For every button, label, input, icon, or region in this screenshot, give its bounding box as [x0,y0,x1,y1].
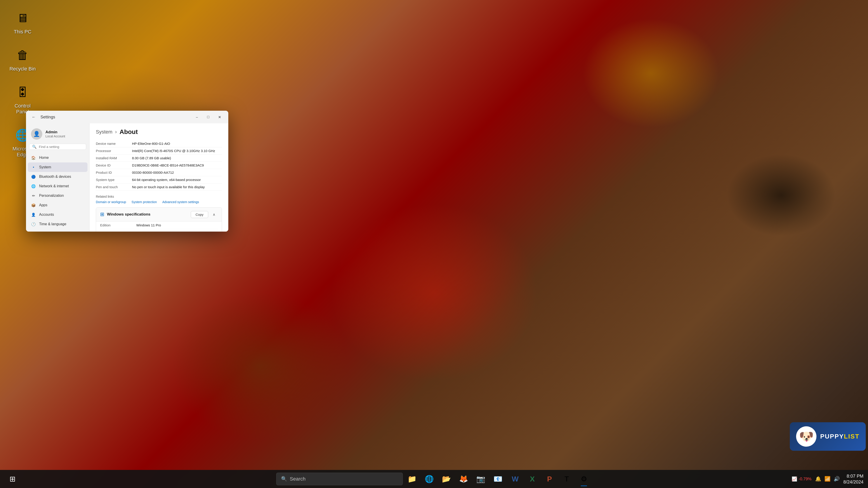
taskbar-excel[interactable]: X [524,471,540,487]
spec-label-product-id: Product ID [96,170,132,174]
related-links-section: Related links Domain or workgroup System… [96,195,222,204]
notification-icon[interactable]: 🔔 [815,476,821,482]
spec-row-product-id: Product ID 00330-80000-00000-AA712 [96,169,222,176]
sidebar-item-bluetooth[interactable]: 🔵 Bluetooth & devices [28,172,88,182]
windows-logo-icon: ⊞ [100,212,104,217]
taskbar-outlook[interactable]: 📧 [490,471,506,487]
spec-label-processor: Processor [96,149,132,153]
settings-sidebar: 👤 Admin Local Account 🔍 🏠 Home ▪ [26,123,89,232]
maximize-button[interactable]: □ [203,113,213,121]
breadcrumb-system[interactable]: System [96,129,112,135]
desktop-icon-this-pc[interactable]: 🖥 This PC [9,9,36,35]
desktop-icon-recycle-bin[interactable]: 🗑 Recycle Bin [9,46,36,72]
windows-specs-title-row: ⊞ Windows specifications [100,212,151,217]
spec-row-processor: Processor Intel(R) Core(TM) i5-4670S CPU… [96,147,222,155]
taskbar-file-explorer[interactable]: 📁 [404,471,420,487]
window-titlebar: ← Settings ‒ □ ✕ [26,111,228,123]
desktop-icon-control-panel[interactable]: 🎛 Control Panel [9,83,36,115]
spec-label-ram: Installed RAM [96,156,132,160]
spec-label-device-name: Device name [96,142,132,145]
sidebar-item-system-label: System [39,165,51,169]
home-icon: 🏠 [31,155,36,160]
taskbar-files[interactable]: 📂 [438,471,454,487]
sidebar-item-home-label: Home [39,156,49,160]
sidebar-item-home[interactable]: 🏠 Home [28,153,88,162]
spec-row-device-name: Device name HP-EliteOne-800-G1-AiO [96,140,222,147]
system-protection-link[interactable]: System protection [131,200,157,204]
clock-time: 8:07 PM [847,473,864,479]
windows-specs-section: ⊞ Windows specifications Copy ∧ Edition … [96,207,222,232]
sidebar-item-system[interactable]: ▪ System [28,162,88,172]
sidebar-item-bluetooth-label: Bluetooth & devices [39,175,71,179]
spec-label-device-id: Device ID [96,163,132,167]
spec-value-product-id: 00330-80000-00000-AA712 [132,170,174,174]
taskbar-search-bar[interactable]: 🔍 Search [276,473,403,485]
breadcrumb-separator: › [115,129,117,135]
taskbar-right: 📈 -0.79% 🔔 📶 🔊 8:07 PM 8/24/2024 [792,473,864,485]
spec-label-system-type: System type [96,178,132,182]
spec-value-device-name: HP-EliteOne-800-G1-AiO [132,142,170,145]
sidebar-item-personalization[interactable]: ✏ Personalization [28,191,88,200]
win-spec-value-version: 23H2 [136,231,145,232]
volume-icon[interactable]: 🔊 [834,476,840,482]
settings-search-input[interactable] [39,145,83,149]
back-button[interactable]: ← [30,113,38,121]
sidebar-item-apps-label: Apps [39,203,47,207]
wifi-icon[interactable]: 📶 [825,476,831,482]
titlebar-nav: ← [30,113,38,121]
minimize-button[interactable]: ‒ [192,113,202,121]
sidebar-item-apps[interactable]: 📦 Apps [28,200,88,210]
sidebar-item-personalization-label: Personalization [39,194,64,198]
spec-value-device-id: D19BD9CE-0B6E-4BCE-B514-AE57848E3AC9 [132,163,204,167]
spec-value-system-type: 64-bit operating system, x64-based proce… [132,178,201,182]
sidebar-item-time-language-label: Time & language [39,222,66,226]
win-spec-row-edition: Edition Windows 11 Pro [100,221,218,229]
device-specs-table: Device name HP-EliteOne-800-G1-AiO Proce… [96,140,222,191]
copy-button[interactable]: Copy [191,211,208,218]
taskbar-edge[interactable]: 🌐 [421,471,437,487]
windows-specs-body: Edition Windows 11 Pro Version 23H2 Inst… [96,221,222,232]
spec-value-ram: 8.00 GB (7.89 GB usable) [132,156,171,160]
window-body: 👤 Admin Local Account 🔍 🏠 Home ▪ [26,123,228,232]
taskbar-powerpoint[interactable]: P [541,471,557,487]
user-section: 👤 Admin Local Account [28,126,88,144]
taskbar-browser[interactable]: 🦊 [456,471,471,487]
breadcrumb: System › About [96,128,222,135]
clock-date: 8/24/2024 [843,479,864,485]
network-icon: 🌐 [31,184,36,189]
spec-row-ram: Installed RAM 8.00 GB (7.89 GB usable) [96,155,222,162]
sidebar-item-accounts[interactable]: 👤 Accounts [28,210,88,219]
taskbar-teams[interactable]: T [559,471,575,487]
taskbar-left: ⊞ [4,471,20,487]
start-button[interactable]: ⊞ [4,471,20,487]
sidebar-item-time-language[interactable]: 🕐 Time & language [28,219,88,229]
spec-value-processor: Intel(R) Core(TM) i5-4670S CPU @ 3.10GHz… [132,149,215,153]
personalization-icon: ✏ [31,193,36,198]
taskbar-word[interactable]: W [507,471,523,487]
breadcrumb-about: About [120,128,138,135]
sidebar-item-accounts-label: Accounts [39,213,54,217]
win-spec-row-version: Version 23H2 [100,229,218,232]
system-icon: ▪ [31,165,36,170]
windows-specs-actions: Copy ∧ [191,211,218,218]
taskbar-clock[interactable]: 8:07 PM 8/24/2024 [843,473,864,485]
domain-workgroup-link[interactable]: Domain or workgroup [96,200,126,204]
this-pc-label: This PC [14,29,31,35]
close-button[interactable]: ✕ [214,113,225,121]
sidebar-item-network[interactable]: 🌐 Network & internet [28,182,88,191]
apps-icon: 📦 [31,203,36,207]
win-spec-label-version: Version [100,231,136,232]
advanced-settings-link[interactable]: Advanced system settings [162,200,199,204]
settings-search-box[interactable]: 🔍 [29,144,86,150]
user-info: Admin Local Account [45,130,65,138]
win-spec-value-edition: Windows 11 Pro [136,223,161,227]
windows-specs-header: ⊞ Windows specifications Copy ∧ [96,207,222,221]
taskbar-settings[interactable]: ⚙ [576,471,592,487]
taskbar-camera[interactable]: 📷 [473,471,489,487]
spec-value-pen-touch: No pen or touch input is available for t… [132,185,205,189]
spec-row-device-id: Device ID D19BD9CE-0B6E-4BCE-B514-AE5784… [96,162,222,169]
puppy-overlay: 🐶 PUPPYLIST [782,402,868,470]
desktop: 🖥 This PC 🗑 Recycle Bin 🎛 Control Panel … [0,0,868,488]
bluetooth-icon: 🔵 [31,174,36,179]
collapse-button[interactable]: ∧ [211,211,218,218]
